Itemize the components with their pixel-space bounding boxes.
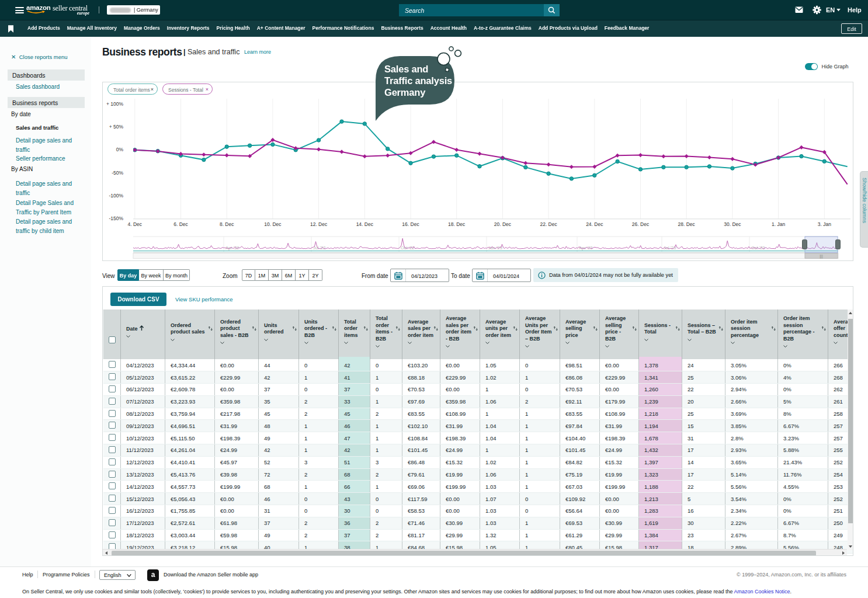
svg-text:+ 50%: + 50% [109, 124, 124, 130]
svg-text:1. Jan: 1. Jan [772, 221, 785, 227]
svg-text:14. Dec: 14. Dec [356, 221, 374, 227]
svg-text:10. Dec: 10. Dec [264, 221, 282, 227]
svg-text:6. Dec: 6. Dec [173, 221, 188, 227]
svg-text:18. Dec: 18. Dec [448, 221, 466, 227]
svg-text:-100%: -100% [109, 193, 123, 199]
svg-text:-150%: -150% [109, 215, 123, 221]
svg-text:24. Dec: 24. Dec [586, 221, 603, 227]
svg-text:22. Dec: 22. Dec [540, 221, 557, 227]
svg-text:3. Jan: 3. Jan [818, 221, 831, 227]
svg-text:Sales and: Sales and [384, 64, 428, 74]
svg-text:+ 100%: + 100% [106, 101, 124, 107]
svg-text:8. Dec: 8. Dec [220, 221, 234, 227]
svg-text:4. Dec: 4. Dec [128, 221, 143, 227]
svg-text:16. Dec: 16. Dec [402, 221, 419, 227]
svg-text:Germany: Germany [384, 87, 426, 98]
svg-text:20. Dec: 20. Dec [494, 221, 512, 227]
svg-text:|||: ||| [820, 254, 823, 259]
svg-text:28. Dec: 28. Dec [678, 221, 696, 227]
svg-text:-50%: -50% [112, 170, 123, 176]
svg-text:26. Dec: 26. Dec [632, 221, 650, 227]
svg-text:12. Dec: 12. Dec [310, 221, 328, 227]
svg-text:0%: 0% [116, 147, 124, 152]
svg-text:30. Dec: 30. Dec [724, 221, 741, 227]
svg-text:Traffic analysis: Traffic analysis [384, 75, 452, 86]
